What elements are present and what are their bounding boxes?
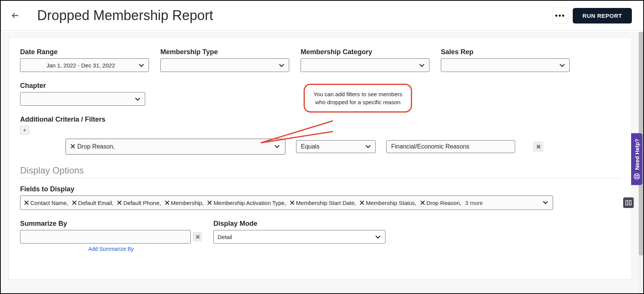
plus-icon: +	[23, 127, 26, 134]
field-chip-label: Membership Activation Type,	[213, 200, 286, 206]
date-range-value: Jan 1, 2022 - Dec 31, 2022	[47, 62, 115, 69]
remove-icon[interactable]	[420, 200, 425, 206]
content-scroll: Date Range Jan 1, 2022 - Dec 31, 2022 Me…	[2, 32, 639, 292]
criteria-operator-value: Equals	[301, 143, 320, 150]
chevron-down-icon	[274, 143, 280, 150]
columns-icon	[625, 200, 631, 206]
membership-type-select[interactable]	[160, 58, 289, 72]
arrow-left-icon	[11, 11, 19, 20]
svg-line-8	[635, 177, 636, 178]
bottom-row: Summarize By ✖ Add Summarize By Display …	[20, 220, 620, 252]
display-mode-select[interactable]: Detail	[213, 230, 385, 244]
remove-field-icon[interactable]	[71, 143, 75, 150]
remove-icon[interactable]	[290, 200, 295, 206]
field-chip-label: Membership Start Date,	[296, 200, 356, 206]
summarize-clear-button[interactable]: ✖	[193, 232, 202, 241]
chevron-down-icon	[135, 96, 140, 102]
chevron-down-icon	[279, 62, 284, 69]
membership-category-select[interactable]	[301, 58, 429, 72]
need-help-tab[interactable]: Need Help?	[631, 133, 642, 185]
field-chip: Contact Name,	[24, 200, 68, 206]
membership-category-label: Membership Category	[301, 48, 429, 56]
lifebuoy-icon	[633, 173, 640, 180]
delete-criteria-button[interactable]: ✖	[533, 142, 543, 152]
sales-rep-field: Sales Rep	[441, 48, 570, 72]
fields-to-display-select[interactable]: Contact Name, Default Email, Default Pho…	[20, 195, 553, 210]
criteria-operator-select[interactable]: Equals	[296, 140, 376, 153]
criteria-field-value: Drop Reason,	[77, 143, 115, 150]
remove-icon[interactable]	[117, 200, 122, 206]
ellipsis-icon: •••	[555, 11, 565, 20]
membership-type-label: Membership Type	[160, 48, 289, 56]
field-chip-label: Default Email,	[78, 200, 113, 206]
add-summarize-link[interactable]: Add Summarize By	[20, 246, 202, 252]
close-icon: ✖	[195, 233, 200, 241]
chevron-down-icon	[419, 62, 425, 69]
field-chip: Membership Activation Type,	[207, 200, 286, 206]
date-range-select[interactable]: Jan 1, 2022 - Dec 31, 2022	[20, 58, 149, 72]
page-title: Dropped Membership Report	[37, 8, 552, 23]
date-range-field: Date Range Jan 1, 2022 - Dec 31, 2022	[20, 48, 149, 72]
divider	[20, 178, 620, 178]
field-chip: Drop Reason,	[420, 200, 462, 206]
fields-to-display-label: Fields to Display	[20, 185, 620, 193]
svg-rect-1	[626, 200, 628, 205]
membership-type-field: Membership Type	[160, 48, 289, 72]
svg-line-5	[635, 174, 636, 175]
chevron-down-icon	[559, 62, 565, 69]
field-chip: Membership,	[165, 200, 204, 206]
back-button[interactable]	[8, 9, 22, 22]
criteria-value-input[interactable]: Financial/Economic Reasons	[386, 140, 515, 153]
svg-point-4	[636, 175, 638, 178]
svg-line-6	[638, 177, 639, 178]
remove-icon[interactable]	[165, 200, 169, 206]
field-chip-label: Drop Reason,	[426, 200, 462, 206]
date-range-label: Date Range	[20, 48, 149, 56]
additional-criteria-label: Additional Criteria / Filters	[20, 116, 620, 124]
run-report-button[interactable]: RUN REPORT	[573, 8, 632, 23]
remove-icon[interactable]	[24, 200, 29, 206]
chevron-down-icon	[365, 143, 371, 150]
chevron-down-icon	[139, 62, 144, 69]
need-help-label: Need Help?	[634, 139, 640, 170]
display-mode-label: Display Mode	[213, 220, 385, 228]
criteria-field-select[interactable]: Drop Reason,	[66, 139, 285, 155]
field-chip-label: Default Phone,	[123, 200, 161, 206]
page-header: Dropped Membership Report ••• RUN REPORT	[1, 1, 643, 31]
more-actions-button[interactable]: •••	[552, 8, 568, 23]
field-chip-label: Contact Name,	[30, 200, 68, 206]
summarize-label: Summarize By	[20, 220, 202, 228]
field-chip-label: Membership Status,	[366, 200, 416, 206]
svg-rect-2	[629, 200, 631, 205]
chevron-down-icon	[543, 199, 548, 206]
fields-display-wrap: Contact Name, Default Email, Default Pho…	[20, 195, 620, 210]
sales-rep-select[interactable]	[441, 58, 570, 72]
field-chip: Membership Status,	[360, 200, 416, 206]
remove-icon[interactable]	[72, 200, 77, 206]
chevron-down-icon	[375, 234, 381, 240]
chapter-field: Chapter	[20, 82, 145, 106]
summarize-input[interactable]	[20, 230, 191, 244]
summarize-field: Summarize By ✖ Add Summarize By	[20, 220, 202, 252]
field-chip: Default Email,	[72, 200, 113, 206]
fields-more-count: 3 more	[465, 200, 483, 206]
display-mode-field: Display Mode Detail	[213, 220, 385, 244]
display-options-title: Display Options	[20, 165, 620, 176]
field-chip: Default Phone,	[117, 200, 161, 206]
sales-rep-label: Sales Rep	[441, 48, 570, 56]
chapter-select[interactable]	[20, 92, 145, 106]
annotation-text: You can add filters to see members who d…	[313, 91, 403, 105]
field-chip-label: Membership,	[171, 200, 204, 206]
criteria-value-text: Financial/Economic Reasons	[391, 143, 469, 150]
fields-toggle-button[interactable]	[623, 197, 634, 208]
criteria-row: Drop Reason, Equals Financial/Economic R…	[66, 139, 620, 155]
filters-panel: Date Range Jan 1, 2022 - Dec 31, 2022 Me…	[8, 37, 632, 280]
add-criteria-button[interactable]: +	[20, 126, 29, 135]
svg-line-7	[638, 174, 639, 175]
chapter-label: Chapter	[20, 82, 145, 90]
remove-icon[interactable]	[207, 200, 212, 206]
filter-row-1: Date Range Jan 1, 2022 - Dec 31, 2022 Me…	[20, 48, 620, 72]
field-chip: Membership Start Date,	[290, 200, 356, 206]
annotation-callout: You can add filters to see members who d…	[304, 84, 412, 113]
remove-icon[interactable]	[360, 200, 364, 206]
